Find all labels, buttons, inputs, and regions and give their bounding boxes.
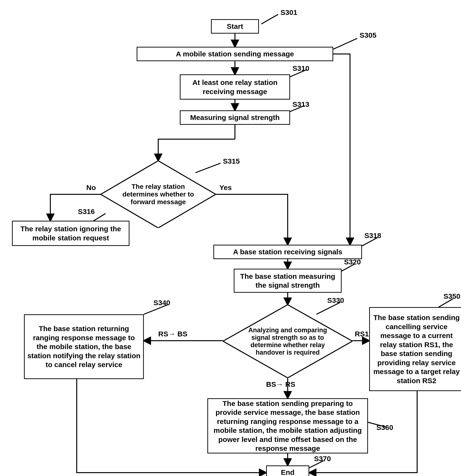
label-s360: S360 <box>376 424 393 432</box>
label-s370: S370 <box>314 455 331 463</box>
edge-yes: Yes <box>219 184 232 192</box>
label-s310: S310 <box>292 64 309 72</box>
node-s360: The base station sending preparing to pr… <box>207 398 368 453</box>
node-start: Start <box>211 19 259 34</box>
node-s305: A mobile station sending message <box>137 47 333 61</box>
node-text: At least one relay station receiving mes… <box>183 78 287 96</box>
node-s320: The base station measuring the signal st… <box>234 269 342 293</box>
label-s340: S340 <box>153 299 170 307</box>
node-s350: The base station sending cancelling serv… <box>369 307 461 391</box>
svg-line-10 <box>261 14 278 24</box>
node-s313: Measuring signal strength <box>180 110 290 125</box>
label-s313: S313 <box>292 100 309 109</box>
label-s318: S318 <box>364 231 381 240</box>
node-text: End <box>281 468 295 476</box>
flowchart-canvas: Start S301 A mobile station sending mess… <box>5 5 461 476</box>
node-text: The relay station determines whether to … <box>118 183 198 206</box>
node-s316: The relay station ignoring the mobile st… <box>12 221 130 246</box>
node-s340: The base station returning ranging respo… <box>24 314 144 379</box>
node-text: The base station measuring the signal st… <box>237 272 338 290</box>
label-s301: S301 <box>280 8 297 17</box>
node-s330-diamond: Analyzing and comparing signal strength … <box>223 305 352 378</box>
node-text: The base station sending preparing to pr… <box>210 399 365 453</box>
node-text: A mobile station sending message <box>176 50 294 59</box>
edge-rs-bs: RS→ BS <box>158 330 188 338</box>
label-s305: S305 <box>360 31 376 39</box>
node-text: The relay station ignoring the mobile st… <box>15 224 126 242</box>
label-s315: S315 <box>223 157 240 165</box>
node-text: The base station sending cancelling serv… <box>372 313 461 385</box>
edge-bs-rs: BS→ RS <box>266 380 295 388</box>
svg-line-11 <box>333 38 357 49</box>
node-text: A base station receiving signals <box>233 247 342 256</box>
node-text: Start <box>227 22 243 31</box>
node-text: Analyzing and comparing signal strength … <box>248 326 328 356</box>
label-s320: S320 <box>344 258 361 266</box>
node-end: End <box>266 466 309 476</box>
node-text: The base station returning ranging respo… <box>27 324 141 369</box>
label-s330: S330 <box>327 296 344 305</box>
node-text: Measuring signal strength <box>190 113 280 122</box>
node-s318: A base station receiving signals <box>213 245 362 259</box>
edge-no: No <box>86 184 96 192</box>
node-s310: At least one relay station receiving mes… <box>180 74 290 100</box>
label-s350: S350 <box>444 292 460 300</box>
node-s315-diamond: The relay station determines whether to … <box>101 161 216 228</box>
label-s316: S316 <box>78 208 95 216</box>
